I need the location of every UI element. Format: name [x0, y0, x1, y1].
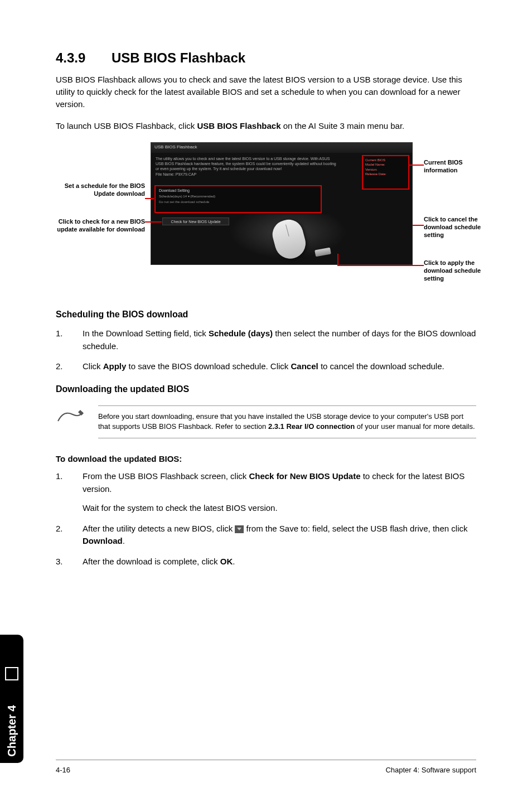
callout-check: Click to check for a new BIOS update ava… [56, 218, 145, 234]
callout-bios-info: Current BIOS information [424, 159, 485, 175]
sched-step-2: 2. Click Apply to save the BIOS download… [56, 360, 476, 373]
t: . [123, 536, 125, 545]
launch-post: on the AI Suite 3 main menu bar. [280, 121, 404, 131]
t: 2.3.1 Rear I/O connection [268, 422, 355, 431]
download-steps: 1. From the USB BIOS Flashback screen, c… [56, 470, 476, 568]
mouse-image [229, 214, 346, 259]
sched-hdr: Download Setting [159, 189, 317, 192]
screenshot-desc: The utility allows you to check and save… [151, 153, 341, 172]
callout-line [145, 221, 162, 223]
tab-label: Chapter 4 [6, 705, 18, 756]
note-block: Before you start downloading, ensure tha… [56, 405, 476, 439]
callout-line [337, 265, 424, 266]
panel-date: Release Date: [365, 172, 406, 176]
t: OK [220, 557, 233, 566]
page-footer: 4-16 Chapter 4: Software support [56, 760, 476, 774]
callout-line [409, 165, 424, 166]
usb-icon [315, 248, 331, 257]
mouse-icon [269, 216, 309, 262]
t: . [233, 557, 235, 566]
t: In the Download Setting field, tick [83, 328, 209, 338]
to-download-label: To download the updated BIOS: [56, 454, 476, 463]
t: Schedule (days) [209, 328, 273, 338]
section-number: 4.3.9 [56, 50, 112, 66]
t: Apply [103, 361, 127, 371]
dl-step-3: 3. After the download is complete, click… [56, 555, 476, 568]
chapter-label: Chapter 4: Software support [385, 766, 476, 774]
t: to cancel the download schedule. [318, 361, 444, 371]
sched-sub: Do not set the download schedule [159, 200, 317, 204]
page-number: 4-16 [56, 766, 70, 774]
screenshot: USB BIOS Flashback The utility allows yo… [151, 142, 413, 265]
sched-step-1: 1. In the Download Setting field, tick S… [56, 327, 476, 352]
callout-cancel: Click to cancel the download schedule se… [424, 216, 491, 239]
dl-step-1: 1. From the USB BIOS Flashback screen, c… [56, 470, 476, 515]
launch-pre: To launch USB BIOS Flashback, click [56, 121, 197, 131]
t: of your user manual for more details. [355, 422, 475, 431]
pencil-icon [56, 405, 85, 430]
schedule-box: Download Setting Schedule(days) 14 ▾ (Re… [154, 185, 322, 213]
tab-box-icon [5, 667, 18, 680]
t: to save the BIOS download schedule. Clic… [126, 361, 291, 371]
chapter-tab: Chapter 4 [0, 635, 23, 763]
panel-ver: Version: [365, 167, 406, 172]
launch-paragraph: To launch USB BIOS Flashback, click USB … [56, 120, 476, 132]
sched-line: Schedule(days) 14 ▾ (Recommended) [159, 194, 317, 198]
scheduling-heading: Scheduling the BIOS download [56, 310, 476, 320]
t: Download [83, 536, 123, 545]
launch-bold: USB BIOS Flashback [197, 121, 280, 131]
t: Check for New BIOS Update [249, 471, 360, 481]
bios-info-panel: Current BIOS Model Name: Version: Releas… [362, 155, 409, 190]
section-title: 4.3.9USB BIOS Flashback [56, 50, 476, 66]
callout-line [413, 225, 424, 226]
note-text: Before you start downloading, ensure tha… [98, 405, 476, 439]
t: Cancel [291, 361, 318, 371]
t: After the download is complete, click [83, 557, 220, 566]
downloading-heading: Downloading the updated BIOS [56, 384, 476, 394]
screenshot-titlebar: USB BIOS Flashback [151, 143, 412, 153]
panel-hdr: Current BIOS [365, 158, 406, 162]
callout-apply: Click to apply the download schedule set… [424, 259, 491, 282]
callout-line [145, 198, 154, 199]
dropdown-icon [235, 525, 244, 533]
t: Wait for the system to check the latest … [83, 503, 278, 513]
t: From the USB BIOS Flashback screen, clic… [83, 471, 249, 481]
check-bios-button[interactable]: Check for New BIOS Update [162, 218, 229, 225]
t: After the utility detects a new BIOS, cl… [83, 524, 235, 533]
scheduling-steps: 1. In the Download Setting field, tick S… [56, 327, 476, 373]
callout-line [337, 254, 338, 265]
panel-model: Model Name: [365, 162, 406, 167]
dl-step-2: 2. After the utility detects a new BIOS,… [56, 523, 476, 548]
section-name: USB BIOS Flashback [112, 50, 245, 65]
t: from the Save to: field, select the USB … [244, 524, 467, 533]
figure: USB BIOS Flashback The utility allows yo… [56, 142, 476, 287]
intro-paragraph: USB BIOS Flashback allows you to check a… [56, 74, 476, 110]
callout-schedule: Set a schedule for the BIOS Update downl… [56, 182, 145, 198]
t: Click [83, 361, 103, 371]
